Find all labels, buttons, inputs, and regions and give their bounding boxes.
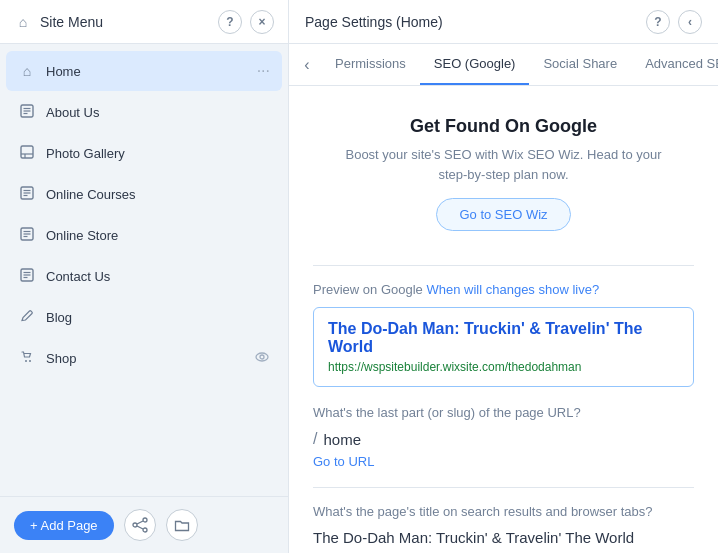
google-preview-title: The Do-Dah Man: Truckin' & Travelin' The… bbox=[328, 320, 679, 356]
svg-point-22 bbox=[260, 355, 264, 359]
sidebar-item-online-courses[interactable]: Online Courses bbox=[6, 174, 282, 214]
when-will-changes-link[interactable]: When will changes show live? bbox=[426, 282, 599, 297]
tab-permissions[interactable]: Permissions bbox=[321, 44, 420, 85]
site-menu-close-button[interactable]: × bbox=[250, 10, 274, 34]
folder-icon-button[interactable] bbox=[166, 509, 198, 541]
contact-us-nav-icon bbox=[18, 268, 36, 285]
seo-hero-desc: Boost your site's SEO with Wix SEO Wiz. … bbox=[334, 145, 674, 184]
page-settings-help-button[interactable]: ? bbox=[646, 10, 670, 34]
preview-label: Preview on Google When will changes show… bbox=[313, 282, 694, 297]
sidebar-item-photo-gallery[interactable]: Photo Gallery bbox=[6, 133, 282, 173]
share-icon-button[interactable] bbox=[124, 509, 156, 541]
sidebar-item-shop[interactable]: Shop bbox=[6, 338, 282, 378]
divider-1 bbox=[313, 265, 694, 266]
tabs-back-button[interactable]: ‹ bbox=[293, 51, 321, 79]
page-title-value: The Do-Dah Man: Truckin' & Travelin' The… bbox=[313, 529, 694, 546]
sidebar-item-blog-label: Blog bbox=[46, 310, 270, 325]
add-page-button[interactable]: + Add Page bbox=[14, 511, 114, 540]
sidebar-item-home-label: Home bbox=[46, 64, 247, 79]
sidebar-item-blog[interactable]: Blog bbox=[6, 297, 282, 337]
site-menu-help-button[interactable]: ? bbox=[218, 10, 242, 34]
go-to-seo-wiz-button[interactable]: Go to SEO Wiz bbox=[436, 198, 570, 231]
google-preview-url: https://wspsitebuilder.wixsite.com/thedo… bbox=[328, 360, 679, 374]
sidebar-item-about-us-label: About Us bbox=[46, 105, 270, 120]
left-header: ⌂ Site Menu ? × bbox=[0, 0, 289, 44]
about-us-nav-icon bbox=[18, 104, 36, 121]
sidebar-item-shop-label: Shop bbox=[46, 351, 244, 366]
photo-gallery-nav-icon bbox=[18, 145, 36, 162]
svg-rect-4 bbox=[21, 146, 33, 158]
sidebar-item-online-store-label: Online Store bbox=[46, 228, 270, 243]
site-menu-title: Site Menu bbox=[40, 14, 210, 30]
online-courses-nav-icon bbox=[18, 186, 36, 203]
seo-hero-title: Get Found On Google bbox=[313, 116, 694, 137]
home-nav-icon: ⌂ bbox=[18, 63, 36, 79]
sidebar-item-about-us[interactable]: About Us bbox=[6, 92, 282, 132]
tab-advanced-seo[interactable]: Advanced SEO bbox=[631, 44, 718, 85]
home-icon: ⌂ bbox=[14, 14, 32, 30]
site-menu-sidebar: ⌂ Home ··· About Us Photo Gallery bbox=[0, 44, 289, 553]
slug-question-label: What's the last part (or slug) of the pa… bbox=[313, 405, 694, 420]
svg-line-27 bbox=[137, 526, 143, 529]
google-preview: The Do-Dah Man: Truckin' & Travelin' The… bbox=[313, 307, 694, 387]
go-to-url-link[interactable]: Go to URL bbox=[313, 454, 694, 469]
seo-panel-content: Get Found On Google Boost your site's SE… bbox=[289, 86, 718, 553]
url-input-row: / home bbox=[313, 430, 694, 448]
svg-point-21 bbox=[256, 353, 268, 361]
sidebar-item-online-courses-label: Online Courses bbox=[46, 187, 270, 202]
page-settings-back-button[interactable]: ‹ bbox=[678, 10, 702, 34]
sidebar-item-photo-gallery-label: Photo Gallery bbox=[46, 146, 270, 161]
sidebar-item-home[interactable]: ⌂ Home ··· bbox=[6, 51, 282, 91]
page-title-section: What's the page's title on search result… bbox=[313, 504, 694, 546]
right-panel: ‹ Permissions SEO (Google) Social Share … bbox=[289, 44, 718, 553]
svg-point-20 bbox=[29, 360, 31, 362]
online-store-nav-icon bbox=[18, 227, 36, 244]
title-question-label: What's the page's title on search result… bbox=[313, 504, 694, 519]
shop-nav-icon bbox=[18, 350, 36, 367]
slug-section: What's the last part (or slug) of the pa… bbox=[313, 405, 694, 469]
svg-line-26 bbox=[137, 521, 143, 524]
tabs-container: ‹ Permissions SEO (Google) Social Share … bbox=[289, 44, 718, 86]
page-settings-title: Page Settings (Home) bbox=[305, 14, 638, 30]
blog-nav-icon bbox=[18, 309, 36, 326]
svg-point-24 bbox=[133, 523, 137, 527]
slug-value: home bbox=[323, 431, 361, 448]
svg-point-19 bbox=[25, 360, 27, 362]
sidebar-item-contact-us[interactable]: Contact Us bbox=[6, 256, 282, 296]
svg-point-25 bbox=[143, 528, 147, 532]
shop-visibility-icon[interactable] bbox=[254, 349, 270, 368]
sidebar-item-home-more[interactable]: ··· bbox=[257, 62, 270, 80]
sidebar-item-contact-us-label: Contact Us bbox=[46, 269, 270, 284]
sidebar-footer: + Add Page bbox=[0, 496, 288, 553]
tab-seo-google[interactable]: SEO (Google) bbox=[420, 44, 530, 85]
right-header: Page Settings (Home) ? ‹ bbox=[289, 0, 718, 44]
sidebar-item-online-store[interactable]: Online Store bbox=[6, 215, 282, 255]
svg-point-23 bbox=[143, 518, 147, 522]
tab-social-share[interactable]: Social Share bbox=[529, 44, 631, 85]
divider-2 bbox=[313, 487, 694, 488]
url-slash: / bbox=[313, 430, 317, 448]
seo-hero: Get Found On Google Boost your site's SE… bbox=[313, 106, 694, 249]
